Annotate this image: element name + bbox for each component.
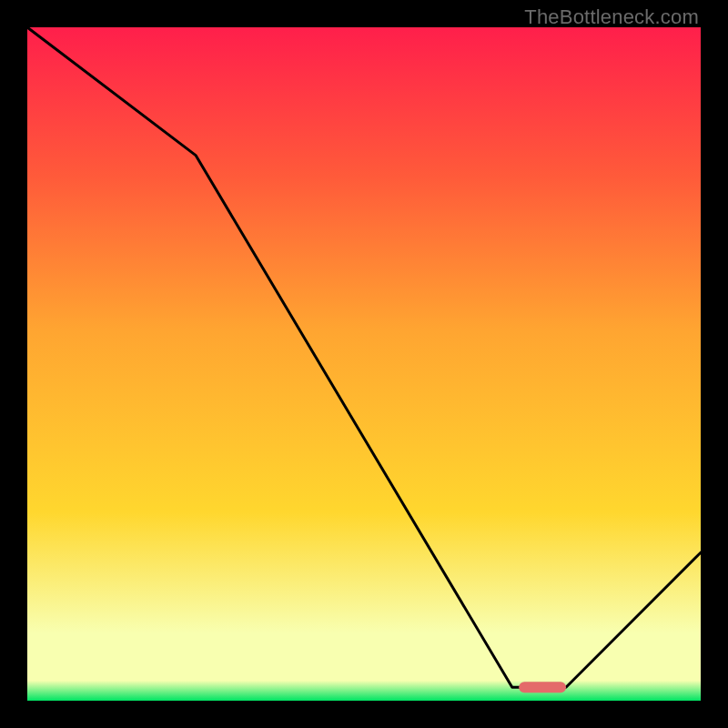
- gradient-background: [27, 27, 701, 701]
- plot-area: [27, 27, 701, 701]
- chart-svg: [27, 27, 701, 701]
- watermark-text: TheBottleneck.com: [524, 5, 699, 29]
- min-marker: [519, 682, 566, 693]
- chart-container: TheBottleneck.com: [0, 0, 728, 728]
